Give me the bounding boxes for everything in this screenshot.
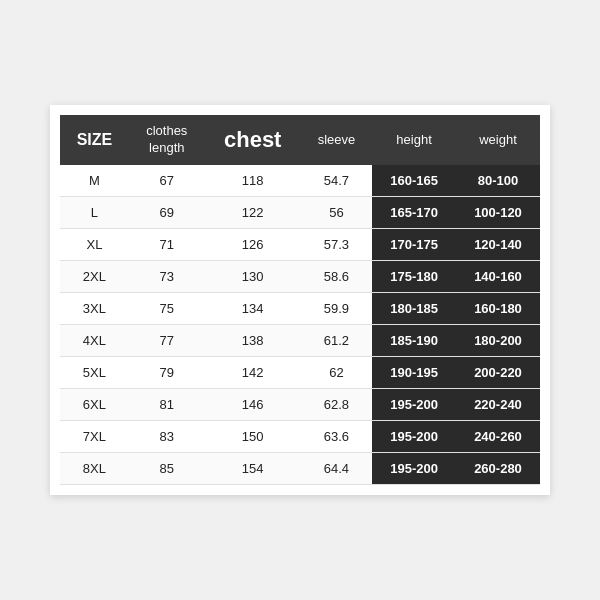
header-height: height: [372, 115, 456, 165]
table-header-row: SIZE clotheslength chest sleeve height w…: [60, 115, 540, 165]
cell-length: 79: [129, 356, 205, 388]
cell-chest: 146: [205, 388, 301, 420]
cell-sleeve: 62: [301, 356, 372, 388]
cell-size: 2XL: [60, 260, 129, 292]
cell-length: 81: [129, 388, 205, 420]
cell-length: 75: [129, 292, 205, 324]
cell-chest: 142: [205, 356, 301, 388]
cell-sleeve: 57.3: [301, 228, 372, 260]
cell-weight: 160-180: [456, 292, 540, 324]
cell-chest: 154: [205, 452, 301, 484]
table-row: 5XL 79 142 62 190-195 200-220: [60, 356, 540, 388]
header-clothes-length: clotheslength: [129, 115, 205, 165]
cell-sleeve: 59.9: [301, 292, 372, 324]
cell-chest: 126: [205, 228, 301, 260]
cell-height: 190-195: [372, 356, 456, 388]
cell-height: 180-185: [372, 292, 456, 324]
cell-size: 3XL: [60, 292, 129, 324]
table-row: 3XL 75 134 59.9 180-185 160-180: [60, 292, 540, 324]
cell-height: 165-170: [372, 196, 456, 228]
cell-weight: 80-100: [456, 165, 540, 197]
cell-size: M: [60, 165, 129, 197]
cell-chest: 122: [205, 196, 301, 228]
cell-length: 67: [129, 165, 205, 197]
header-weight: weight: [456, 115, 540, 165]
cell-weight: 260-280: [456, 452, 540, 484]
cell-sleeve: 62.8: [301, 388, 372, 420]
table-row: 4XL 77 138 61.2 185-190 180-200: [60, 324, 540, 356]
cell-height: 185-190: [372, 324, 456, 356]
cell-height: 160-165: [372, 165, 456, 197]
table-row: 2XL 73 130 58.6 175-180 140-160: [60, 260, 540, 292]
cell-sleeve: 63.6: [301, 420, 372, 452]
table-row: M 67 118 54.7 160-165 80-100: [60, 165, 540, 197]
cell-weight: 140-160: [456, 260, 540, 292]
cell-sleeve: 58.6: [301, 260, 372, 292]
cell-chest: 130: [205, 260, 301, 292]
cell-height: 195-200: [372, 388, 456, 420]
cell-chest: 150: [205, 420, 301, 452]
cell-length: 73: [129, 260, 205, 292]
cell-weight: 200-220: [456, 356, 540, 388]
cell-chest: 138: [205, 324, 301, 356]
cell-height: 175-180: [372, 260, 456, 292]
cell-length: 71: [129, 228, 205, 260]
cell-size: L: [60, 196, 129, 228]
cell-height: 170-175: [372, 228, 456, 260]
cell-size: 4XL: [60, 324, 129, 356]
header-chest: chest: [205, 115, 301, 165]
header-size: SIZE: [60, 115, 129, 165]
table-row: L 69 122 56 165-170 100-120: [60, 196, 540, 228]
cell-height: 195-200: [372, 420, 456, 452]
size-chart-container: SIZE clotheslength chest sleeve height w…: [50, 105, 550, 495]
size-chart-table: SIZE clotheslength chest sleeve height w…: [60, 115, 540, 485]
cell-weight: 180-200: [456, 324, 540, 356]
cell-sleeve: 56: [301, 196, 372, 228]
cell-chest: 118: [205, 165, 301, 197]
header-sleeve: sleeve: [301, 115, 372, 165]
cell-weight: 100-120: [456, 196, 540, 228]
cell-weight: 220-240: [456, 388, 540, 420]
cell-sleeve: 61.2: [301, 324, 372, 356]
table-row: XL 71 126 57.3 170-175 120-140: [60, 228, 540, 260]
cell-length: 77: [129, 324, 205, 356]
cell-sleeve: 64.4: [301, 452, 372, 484]
cell-weight: 240-260: [456, 420, 540, 452]
cell-size: 5XL: [60, 356, 129, 388]
cell-weight: 120-140: [456, 228, 540, 260]
cell-size: 7XL: [60, 420, 129, 452]
cell-size: 6XL: [60, 388, 129, 420]
table-row: 8XL 85 154 64.4 195-200 260-280: [60, 452, 540, 484]
table-row: 6XL 81 146 62.8 195-200 220-240: [60, 388, 540, 420]
cell-length: 83: [129, 420, 205, 452]
cell-sleeve: 54.7: [301, 165, 372, 197]
cell-size: 8XL: [60, 452, 129, 484]
cell-length: 85: [129, 452, 205, 484]
cell-length: 69: [129, 196, 205, 228]
cell-size: XL: [60, 228, 129, 260]
cell-chest: 134: [205, 292, 301, 324]
cell-height: 195-200: [372, 452, 456, 484]
table-row: 7XL 83 150 63.6 195-200 240-260: [60, 420, 540, 452]
